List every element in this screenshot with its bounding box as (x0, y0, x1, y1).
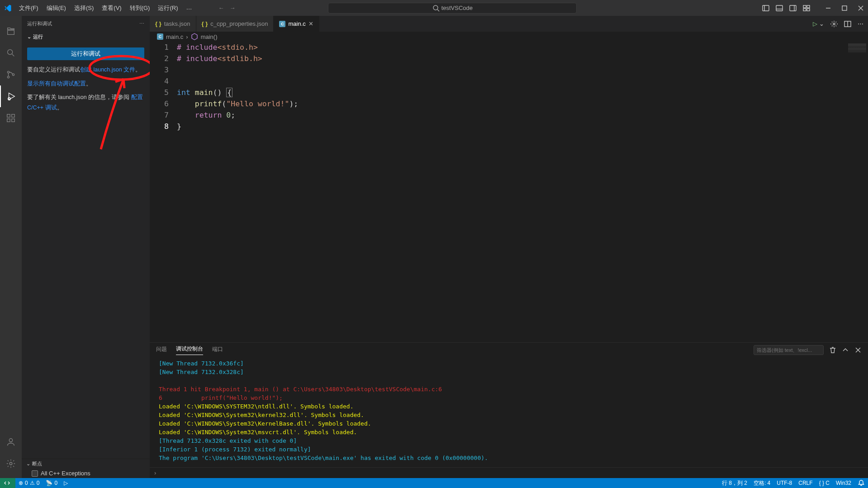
sidebar-run-section[interactable]: ⌄ 运行 (22, 32, 150, 42)
editor-group: { }tasks.json{ }c_cpp_properties.jsonCma… (150, 16, 868, 478)
panel-maximize-icon[interactable] (842, 346, 849, 354)
tab-more-icon[interactable]: ⋯ (858, 20, 863, 27)
sidebar-hint-2: 显示所有自动调试配置。 (22, 79, 150, 89)
source-control-icon[interactable] (0, 64, 22, 85)
c-file-icon: C (279, 21, 285, 27)
menu-item[interactable]: 选择(S) (71, 2, 97, 14)
status-ports[interactable]: 📡0 (43, 478, 61, 488)
chevron-right-icon: › (186, 33, 188, 40)
run-debug-activity-icon[interactable] (0, 85, 22, 107)
debug-console-input[interactable]: › (150, 467, 868, 478)
svg-point-11 (7, 76, 9, 78)
layout-customize-icon[interactable] (803, 5, 810, 12)
window-close-icon[interactable] (857, 5, 864, 12)
show-auto-debug-link[interactable]: 显示所有自动调试配置 (27, 81, 86, 87)
gear-icon[interactable] (830, 20, 838, 28)
activity-bar (0, 16, 22, 478)
nav-forward-icon[interactable]: → (229, 5, 235, 11)
explorer-icon[interactable] (0, 20, 22, 42)
tab-label: main.c (288, 20, 305, 27)
nav-back-icon[interactable]: ← (218, 5, 224, 11)
svg-rect-3 (790, 5, 796, 11)
status-problems[interactable]: ⊗0 ⚠0 (15, 478, 43, 488)
status-encoding[interactable]: UTF-8 (773, 478, 795, 488)
panel-tab[interactable]: 问题 (156, 346, 167, 355)
svg-rect-14 (7, 114, 10, 117)
antenna-icon: 📡 (46, 480, 52, 486)
bell-icon (858, 479, 865, 487)
command-center-text: testVSCode (441, 5, 473, 11)
menu-item[interactable]: 编辑(E) (43, 2, 70, 14)
minimap[interactable] (843, 42, 868, 342)
tab-label: c_cpp_properties.json (210, 20, 268, 27)
create-launch-json-link[interactable]: 创建 launch.json 文件 (80, 66, 135, 73)
status-indent[interactable]: 空格: 4 (750, 478, 773, 488)
status-debug-start[interactable]: ▷ (61, 478, 71, 488)
layout-sidebar-right-icon[interactable] (789, 5, 797, 12)
search-icon (432, 5, 440, 12)
run-and-debug-button[interactable]: 运行和调试 (27, 47, 144, 60)
panel-tab[interactable]: 端口 (212, 346, 223, 355)
run-play-icon[interactable]: ▷ ⌄ (813, 20, 824, 27)
menu-item[interactable]: 查看(V) (98, 2, 125, 14)
status-platform[interactable]: Win32 (833, 478, 854, 488)
svg-point-19 (9, 462, 12, 465)
split-editor-icon[interactable] (844, 20, 851, 28)
warning-icon: ⚠ (30, 480, 35, 486)
search-activity-icon[interactable] (0, 42, 22, 64)
panel: 问题调试控制台端口 [New Thread 7132.0x36fc][New T… (150, 342, 868, 478)
editor-tab[interactable]: { }c_cpp_properties.json (196, 16, 274, 32)
status-cursor-position[interactable]: 行 8，列 2 (719, 478, 750, 488)
svg-rect-17 (12, 114, 14, 117)
svg-rect-1 (763, 5, 769, 11)
symbol-method-icon (191, 33, 198, 40)
menu-item[interactable]: … (182, 2, 195, 14)
svg-rect-5 (807, 5, 810, 8)
chevron-right-icon: › (154, 469, 156, 476)
extensions-icon[interactable] (0, 107, 22, 129)
tabs-bar: { }tasks.json{ }c_cpp_properties.jsonCma… (150, 16, 868, 32)
svg-point-10 (7, 71, 9, 73)
layout-panel-icon[interactable] (776, 5, 783, 12)
sidebar: 运行和调试 ⋯ ⌄ 运行 运行和调试 要自定义运行和调试创建 launch.js… (22, 16, 150, 478)
json-file-icon: { } (202, 20, 208, 27)
panel-tab[interactable]: 调试控制台 (176, 345, 203, 355)
status-eol[interactable]: CRLF (795, 478, 816, 488)
editor-tab[interactable]: { }tasks.json (150, 16, 196, 32)
panel-close-icon[interactable] (854, 346, 862, 354)
close-icon[interactable]: ✕ (308, 20, 313, 27)
sidebar-hint-3: 要了解有关 launch.json 的信息，请参阅 配置 C/C++ 调试。 (22, 92, 150, 113)
remote-indicator[interactable] (0, 478, 15, 488)
panel-clear-icon[interactable] (829, 346, 836, 354)
menu-item[interactable]: 运行(R) (154, 2, 181, 14)
menu-bar: 文件(F)编辑(E)选择(S)查看(V)转到(G)运行(R)… (15, 2, 195, 14)
sidebar-more-icon[interactable]: ⋯ (139, 21, 144, 27)
chevron-down-icon: ⌄ (27, 34, 31, 40)
settings-gear-icon[interactable] (0, 453, 22, 474)
status-notifications-icon[interactable] (854, 478, 868, 488)
checkbox-icon[interactable] (32, 470, 38, 477)
code-editor[interactable]: 12345678 # include<stdio.h># include<std… (150, 42, 868, 342)
status-language[interactable]: { } C (816, 478, 833, 488)
breakpoint-item[interactable]: All C++ Exceptions (22, 469, 150, 478)
sidebar-hint-1: 要自定义运行和调试创建 launch.json 文件。 (22, 65, 150, 75)
maximize-icon[interactable] (841, 5, 848, 12)
debug-play-icon: ▷ (64, 480, 68, 486)
debug-console-filter-input[interactable] (754, 345, 824, 355)
status-bar: ⊗0 ⚠0 📡0 ▷ 行 8，列 2 空格: 4 UTF-8 CRLF { } … (0, 478, 868, 488)
titlebar: 文件(F)编辑(E)选择(S)查看(V)转到(G)运行(R)… ← → test… (0, 0, 868, 16)
svg-rect-7 (807, 9, 810, 11)
c-file-icon: C (157, 33, 163, 40)
breadcrumbs[interactable]: C main.c › main() (150, 32, 868, 42)
layout-sidebar-left-icon[interactable] (762, 5, 769, 12)
debug-console-output[interactable]: [New Thread 7132.0x36fc][New Thread 7132… (150, 357, 868, 467)
breakpoints-section[interactable]: ⌄ 断点 (22, 459, 150, 469)
minimize-icon[interactable] (825, 5, 832, 12)
json-file-icon: { } (155, 20, 161, 27)
menu-item[interactable]: 转到(G) (126, 2, 154, 14)
editor-tab[interactable]: Cmain.c✕ (274, 16, 319, 32)
menu-item[interactable]: 文件(F) (15, 2, 42, 14)
accounts-icon[interactable] (0, 431, 22, 453)
command-center[interactable]: testVSCode (328, 3, 577, 14)
sidebar-title: 运行和调试 (27, 20, 52, 27)
